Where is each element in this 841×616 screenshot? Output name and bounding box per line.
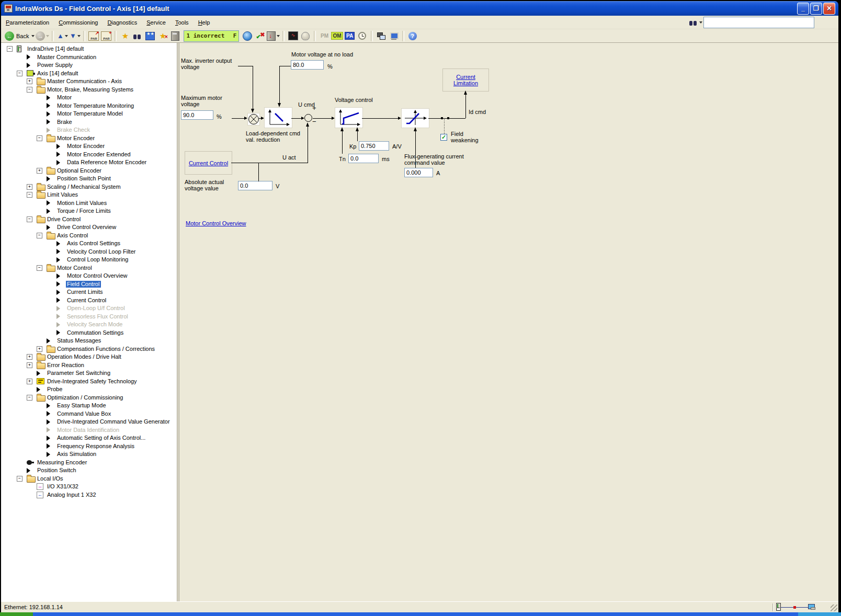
tree-item[interactable]: ↔I/O X31/X32	[1, 483, 177, 491]
tree-item[interactable]: Parameter Set Switching	[1, 369, 177, 378]
tree-item[interactable]: Motor	[1, 94, 177, 102]
tree-item[interactable]: Field Control	[1, 280, 177, 289]
tree-item[interactable]: Motion Limit Values	[1, 199, 177, 208]
tree-item[interactable]: Sensorless Flux Control	[1, 313, 177, 321]
resize-grip[interactable]	[831, 604, 837, 611]
tree-item[interactable]: Current Limits	[1, 288, 177, 296]
tree-item[interactable]: Easy Startup Mode	[1, 402, 177, 410]
collapse-icon[interactable]: −	[37, 135, 42, 141]
expand-icon[interactable]: +	[27, 362, 32, 368]
favorite-remove-button[interactable]: ★	[157, 30, 168, 42]
tree-item[interactable]: Velocity Control Loop Filter	[1, 248, 177, 256]
om-mode-button[interactable]: OM	[331, 30, 343, 42]
tree-item[interactable]: Position Switch	[1, 466, 177, 475]
tn-input[interactable]	[348, 154, 379, 163]
tree-item[interactable]: +Optional Encoder	[1, 167, 177, 175]
tree-item[interactable]: Motor Encoder Extended	[1, 151, 177, 159]
field-weakening-checkbox[interactable]: ✓	[440, 134, 447, 141]
tree-item[interactable]: +Drive-Integrated Safety Technology	[1, 378, 177, 386]
expand-icon[interactable]: +	[27, 78, 32, 84]
tree-item[interactable]: −Local I/Os	[1, 475, 177, 483]
tree-item[interactable]: −Axis [14] default	[1, 70, 177, 78]
tree-item[interactable]: Power Supply	[1, 61, 177, 70]
current-limitation-box[interactable]: Current Limitation	[442, 69, 489, 92]
remote-pc-button[interactable]	[388, 30, 400, 42]
tree-item[interactable]: ←Analog Input 1 X32	[1, 491, 177, 499]
tree-item[interactable]: Motor Temperature Monitoring	[1, 102, 177, 110]
tree-item[interactable]: Current Control	[1, 296, 177, 305]
abort-button[interactable]	[254, 30, 266, 42]
favorite-button[interactable]: ★	[119, 30, 131, 42]
up-dropdown-icon[interactable]	[65, 35, 68, 39]
parameter-list-button[interactable]: ★★	[144, 30, 156, 42]
tree-item[interactable]: +Compensation Functions / Corrections	[1, 345, 177, 353]
tree-item[interactable]: −IndraDrive [14] default	[1, 45, 177, 53]
parameter-upload-button[interactable]: PAR	[88, 30, 99, 42]
expand-icon[interactable]: +	[37, 168, 42, 174]
no-load-voltage-input[interactable]	[291, 60, 324, 70]
collapse-icon[interactable]: −	[17, 71, 22, 76]
tree-item[interactable]: −Axis Control	[1, 232, 177, 240]
tree-item[interactable]: Measuring Encoder	[1, 459, 177, 467]
tree-item[interactable]: Motor Control Overview	[1, 272, 177, 280]
network-device-button[interactable]	[376, 30, 387, 42]
tree-item[interactable]: Torque / Force Limits	[1, 207, 177, 215]
move-up-button[interactable]: ▲	[56, 30, 68, 42]
help-button[interactable]: ?	[407, 30, 418, 42]
watch-button[interactable]	[300, 30, 311, 42]
tree-item[interactable]: Motor Encoder	[1, 142, 177, 151]
collapse-icon[interactable]: −	[17, 476, 22, 482]
forward-button[interactable]: →	[36, 30, 49, 42]
find-button[interactable]	[132, 30, 143, 42]
move-down-button[interactable]: ▼	[69, 30, 81, 42]
tree-item[interactable]: Axis Simulation	[1, 450, 177, 459]
current-control-box[interactable]: Current Control	[185, 151, 232, 175]
tree-item[interactable]: Drive-Integrated Command Value Generator	[1, 418, 177, 426]
parameter-add-button[interactable]: PAR	[100, 30, 112, 42]
tree-item[interactable]: −Motor Control	[1, 264, 177, 272]
tree-item[interactable]: Open-Loop U/f Control	[1, 304, 177, 313]
tree-item[interactable]: Control Loop Monitoring	[1, 256, 177, 264]
tree-item[interactable]: Master Communication	[1, 53, 177, 62]
collapse-icon[interactable]: −	[37, 233, 42, 238]
flux-current-input[interactable]	[404, 168, 433, 177]
tree-item[interactable]: −Motor Encoder	[1, 134, 177, 143]
tree-item[interactable]: Automatic Setting of Axis Control...	[1, 434, 177, 442]
tree-item[interactable]: +Master Communication - Axis	[1, 77, 177, 86]
tree-item[interactable]: +Operation Modes / Drive Halt	[1, 353, 177, 361]
start-button-edge[interactable]	[0, 612, 33, 616]
close-button[interactable]: ✕	[823, 3, 835, 15]
down-dropdown-icon[interactable]	[77, 35, 81, 39]
tree-item[interactable]: Data Reference Motor Encoder	[1, 158, 177, 167]
current-limitation-link[interactable]: Current Limitation	[451, 74, 481, 86]
error-status-display[interactable]: 1 incorrect F	[184, 30, 239, 42]
tree-item[interactable]: Drive Control Overview	[1, 223, 177, 232]
pm-mode-button[interactable]: PM	[319, 30, 330, 42]
max-motor-voltage-input[interactable]	[181, 110, 213, 120]
tree-item[interactable]: −Limit Values	[1, 191, 177, 199]
collapse-icon[interactable]: −	[27, 192, 32, 198]
back-dropdown-icon[interactable]	[31, 35, 35, 39]
abs-voltage-input[interactable]	[238, 181, 272, 190]
tree-item[interactable]: Brake Check	[1, 126, 177, 134]
expand-icon[interactable]: +	[37, 346, 42, 352]
pa-mode-button[interactable]: PA	[344, 30, 356, 42]
search-input[interactable]	[703, 17, 814, 28]
tree-item[interactable]: Position Switch Point	[1, 175, 177, 183]
expand-icon[interactable]: +	[27, 379, 32, 384]
expand-icon[interactable]: +	[27, 184, 32, 190]
history-button[interactable]	[357, 30, 368, 42]
tree-item[interactable]: Status Messages	[1, 337, 177, 345]
device-button[interactable]	[169, 30, 181, 42]
search-dropdown-icon[interactable]	[699, 21, 702, 25]
menu-diagnostics[interactable]: Diagnostics	[103, 17, 142, 28]
tree-item[interactable]: −Optimization / Commissioning	[1, 394, 177, 402]
tree-item[interactable]: Velocity Search Mode	[1, 321, 177, 329]
tree-item[interactable]: Brake	[1, 118, 177, 127]
menu-tools[interactable]: Tools	[171, 17, 194, 28]
menu-commissioning[interactable]: Commissioning	[54, 17, 103, 28]
menu-service[interactable]: Service	[142, 17, 171, 28]
oscilloscope-button[interactable]: ∿	[287, 30, 299, 42]
minimize-button[interactable]: _	[797, 3, 809, 15]
motor-control-overview-link[interactable]: Motor Control Overview	[186, 220, 246, 226]
